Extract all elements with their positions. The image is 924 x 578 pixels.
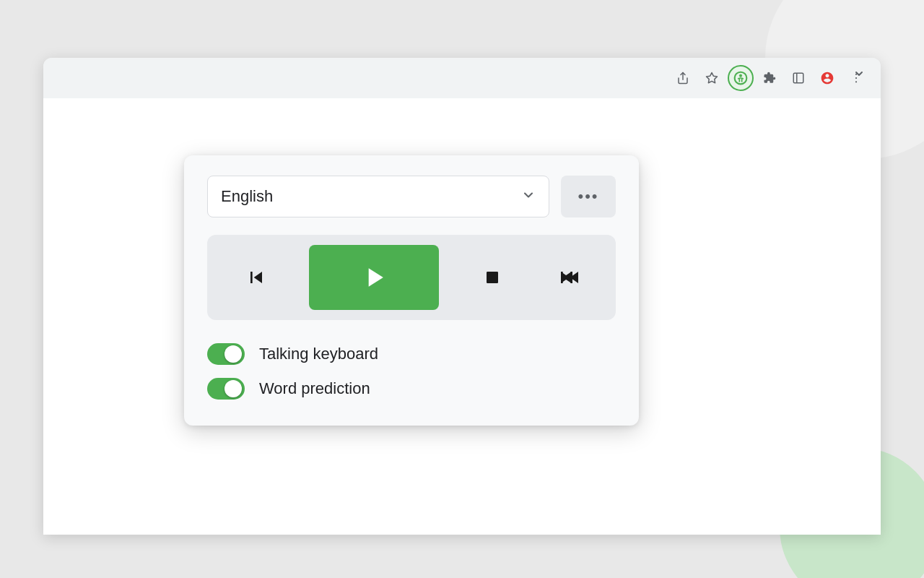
share-icon-button[interactable] bbox=[670, 65, 696, 91]
talking-keyboard-toggle[interactable] bbox=[207, 343, 245, 365]
toggles-section: Talking keyboard Word prediction bbox=[207, 343, 616, 400]
stop-button[interactable] bbox=[471, 256, 514, 299]
media-controls-bar bbox=[207, 235, 616, 320]
word-prediction-toggle-row: Word prediction bbox=[207, 378, 616, 400]
svg-rect-9 bbox=[487, 272, 498, 283]
more-options-button[interactable]: ••• bbox=[561, 176, 616, 217]
word-prediction-toggle[interactable] bbox=[207, 378, 245, 400]
profile-icon-button[interactable] bbox=[814, 65, 840, 91]
word-prediction-label: Word prediction bbox=[259, 379, 370, 398]
accessibility-popup: English ••• bbox=[184, 155, 639, 426]
language-select-dropdown[interactable]: English bbox=[207, 176, 549, 217]
talking-keyboard-toggle-row: Talking keyboard bbox=[207, 343, 616, 365]
extensions-icon-button[interactable] bbox=[757, 65, 783, 91]
sidebar-icon-button[interactable] bbox=[785, 65, 811, 91]
svg-point-3 bbox=[739, 74, 741, 77]
svg-marker-1 bbox=[707, 73, 718, 83]
skip-forward-button[interactable] bbox=[545, 256, 588, 299]
language-chevron-icon bbox=[521, 188, 536, 206]
toolbar-icons-group bbox=[670, 65, 869, 91]
play-button[interactable] bbox=[309, 245, 439, 310]
bookmark-icon-button[interactable] bbox=[699, 65, 725, 91]
talking-keyboard-label: Talking keyboard bbox=[259, 345, 378, 363]
language-select-value: English bbox=[221, 187, 273, 206]
accessibility-extension-button[interactable] bbox=[728, 65, 754, 91]
svg-rect-4 bbox=[793, 73, 803, 83]
chevron-down-icon[interactable] bbox=[849, 64, 869, 84]
language-row: English ••• bbox=[207, 176, 616, 217]
skip-back-button[interactable] bbox=[235, 256, 278, 299]
browser-toolbar bbox=[43, 58, 881, 98]
